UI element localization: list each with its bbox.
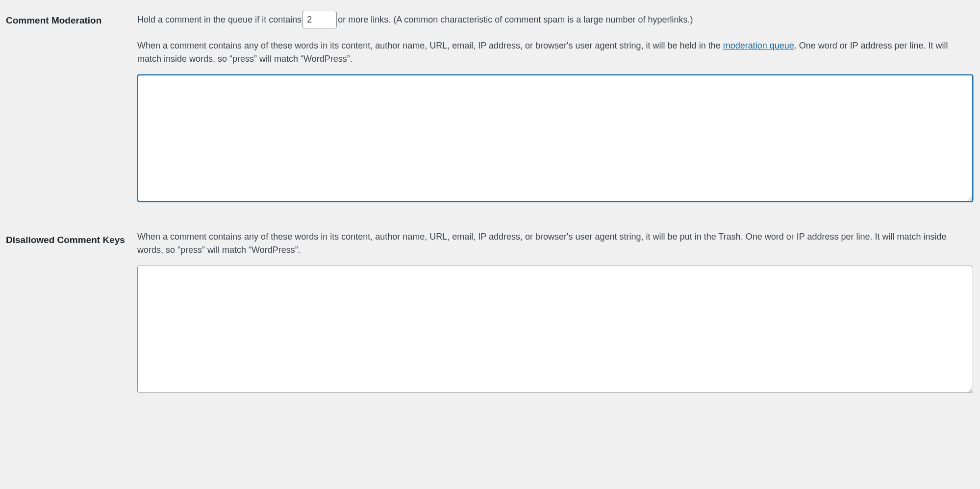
comment-max-links-label-after: or more links. (A common characteristic … [338, 13, 693, 26]
comment-max-links-label-before: Hold a comment in the queue if it contai… [137, 13, 302, 26]
disallowed-keys-heading: Disallowed Comment Keys [0, 220, 132, 411]
moderation-keys-textarea[interactable] [137, 74, 973, 202]
comment-moderation-heading: Comment Moderation [0, 0, 132, 220]
comment-max-links-setting: Hold a comment in the queue if it contai… [137, 11, 973, 28]
moderation-desc-before: When a comment contains any of these wor… [137, 41, 723, 50]
comment-max-links-input[interactable] [302, 11, 337, 28]
disallowed-keys-textarea[interactable] [137, 266, 973, 393]
disallowed-keys-description: When a comment contains any of these wor… [137, 230, 973, 257]
disallowed-keys-row: Disallowed Comment Keys When a comment c… [0, 220, 980, 411]
comment-moderation-row: Comment Moderation Hold a comment in the… [0, 0, 980, 220]
moderation-keys-description: When a comment contains any of these wor… [137, 39, 973, 66]
moderation-queue-link[interactable]: moderation queue [723, 41, 794, 50]
